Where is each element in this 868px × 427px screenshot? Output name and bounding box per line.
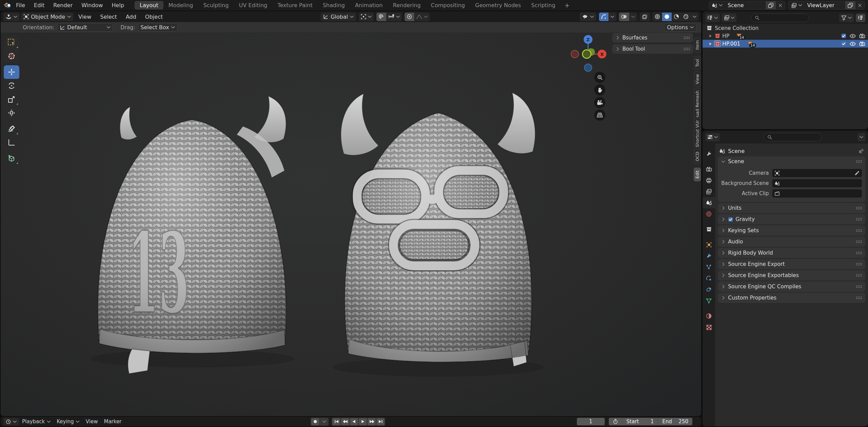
workspace-tab-geometry-nodes[interactable]: Geometry Nodes (470, 1, 526, 10)
outliner-row-hp[interactable]: HP 14 (703, 32, 868, 40)
tab-output[interactable] (703, 175, 715, 186)
timeline-editor-type-button[interactable] (3, 418, 19, 425)
perspective-toggle-button[interactable] (594, 109, 605, 121)
falloff-dropdown[interactable] (414, 13, 430, 21)
workspace-tab-texture-paint[interactable]: Texture Paint (272, 1, 318, 10)
tab-world[interactable] (703, 208, 715, 220)
grip-icon[interactable] (856, 262, 862, 266)
scene-name[interactable]: Scene (725, 2, 766, 8)
current-frame-field[interactable]: 1 (577, 418, 605, 425)
tab-scene[interactable] (703, 197, 715, 208)
properties-editor-type-button[interactable] (705, 133, 720, 141)
grip-icon[interactable] (856, 218, 862, 221)
use-preview-range-toggle[interactable] (609, 418, 622, 425)
grip-icon[interactable] (856, 274, 862, 277)
eyedropper-icon[interactable] (854, 171, 860, 176)
orientation-dropdown[interactable]: Default (57, 23, 113, 32)
workspace-tab-rendering[interactable]: Rendering (388, 1, 426, 10)
exclude-checkbox[interactable] (841, 33, 846, 38)
render-visibility-icon[interactable] (859, 41, 865, 46)
sidebar-tab-ocd[interactable]: OCD (694, 149, 701, 164)
workspace-tab-modeling[interactable]: Modeling (163, 1, 198, 10)
new-collection-button[interactable] (856, 14, 865, 22)
disclosure-triangle-icon[interactable] (708, 41, 713, 46)
options-dropdown[interactable]: Options (664, 23, 696, 32)
show-gizmo-toggle[interactable] (599, 13, 608, 21)
tool-measure[interactable] (4, 136, 19, 149)
new-viewlayer-button[interactable] (845, 1, 855, 9)
hide-eye-icon[interactable] (850, 34, 856, 38)
shading-settings-dropdown[interactable] (691, 13, 698, 21)
workspace-tab-scripting[interactable]: Scripting (526, 1, 560, 10)
rigid-body-world-panel-header[interactable]: Rigid Body World (718, 248, 865, 258)
tab-render[interactable] (703, 164, 715, 175)
grip-icon[interactable] (856, 229, 862, 232)
proportional-edit-toggle[interactable] (405, 13, 414, 21)
jump-to-end-button[interactable] (376, 418, 385, 425)
audio-panel-header[interactable]: Audio (718, 237, 865, 247)
workspace-tab-uv-editing[interactable]: UV Editing (234, 1, 272, 10)
menu-add[interactable]: Add (122, 14, 140, 20)
pan-hand-button[interactable] (594, 84, 605, 96)
remove-viewlayer-button[interactable] (855, 1, 864, 9)
workspace-tab-shading[interactable]: Shading (318, 1, 350, 10)
outliner-row-hp-001[interactable]: HP.001 14 (703, 40, 868, 48)
source-engine-qc-compiles-panel-header[interactable]: Source Engine QC Compiles (718, 281, 865, 292)
axis-gizmo[interactable]: Z X (560, 32, 610, 74)
tab-tool[interactable] (703, 148, 715, 159)
new-scene-button[interactable] (766, 1, 776, 9)
menu-edit[interactable]: Edit (30, 2, 49, 8)
workspace-tab-sculpting[interactable]: Sculpting (198, 1, 234, 10)
tab-object-data[interactable] (703, 295, 715, 306)
viewlayer-name[interactable]: ViewLayer (804, 2, 845, 8)
menu-playback[interactable]: Playback (19, 419, 54, 425)
shading-rendered-button[interactable] (681, 13, 691, 21)
frame-start-field[interactable]: Start1 (622, 418, 658, 425)
tab-constraints[interactable] (703, 284, 715, 295)
tool-cursor[interactable] (4, 49, 19, 63)
workspace-tab-animation[interactable]: Animation (350, 1, 388, 10)
properties-search-input[interactable] (763, 133, 822, 141)
keying-set-dropdown[interactable] (320, 418, 328, 425)
shading-material-button[interactable] (672, 13, 681, 21)
menu-view[interactable]: View (83, 419, 101, 425)
sidebar-tab-edit[interactable]: Edit (694, 168, 701, 181)
tab-collection[interactable] (703, 224, 715, 235)
panel-bool-tool[interactable]: Bool Tool (612, 44, 693, 54)
grip-icon[interactable] (684, 47, 690, 51)
tool-transform[interactable] (4, 106, 19, 120)
shading-solid-button[interactable] (662, 13, 672, 21)
tool-annotate[interactable] (4, 122, 19, 136)
tab-modifiers[interactable] (703, 250, 715, 261)
keying-sets-panel-header[interactable]: Keying Sets (718, 225, 865, 236)
object-visibility-dropdown[interactable] (580, 13, 596, 21)
grip-icon[interactable] (856, 206, 862, 210)
xray-toggle[interactable] (640, 13, 650, 21)
properties-options-dropdown[interactable] (857, 133, 865, 141)
tab-view-layer[interactable] (703, 186, 715, 197)
exclude-checkbox[interactable] (841, 41, 846, 46)
menu-help[interactable]: Help (107, 2, 128, 8)
menu-view[interactable]: View (75, 14, 95, 20)
grip-icon[interactable] (856, 240, 862, 243)
snap-settings-dropdown[interactable] (386, 13, 402, 21)
outliner-search-input[interactable] (751, 14, 809, 22)
sidebar-tab-shortcut-vur[interactable]: Shortcut VUr (694, 117, 701, 150)
outliner-row-scene-collection[interactable]: Scene Collection (703, 24, 868, 32)
menu-keying[interactable]: Keying (54, 419, 83, 425)
grip-icon[interactable] (856, 160, 862, 163)
scene-panel-header[interactable]: Scene (718, 156, 865, 167)
hide-eye-icon[interactable] (850, 42, 856, 46)
grip-icon[interactable] (856, 251, 862, 255)
sidebar-tab-view[interactable]: View (694, 71, 701, 87)
gizmo-settings-dropdown[interactable] (608, 13, 616, 21)
tool-scale[interactable] (4, 92, 19, 106)
filter-dropdown[interactable] (839, 14, 854, 22)
shading-wireframe-button[interactable] (653, 13, 662, 21)
auto-keying-record-button[interactable] (311, 418, 319, 425)
drag-mode-dropdown[interactable]: Select Box (138, 23, 178, 32)
scene-browse-button[interactable] (709, 1, 725, 9)
play-reverse-button[interactable] (350, 418, 358, 425)
menu-render[interactable]: Render (49, 2, 77, 8)
editor-type-button[interactable] (3, 13, 20, 21)
